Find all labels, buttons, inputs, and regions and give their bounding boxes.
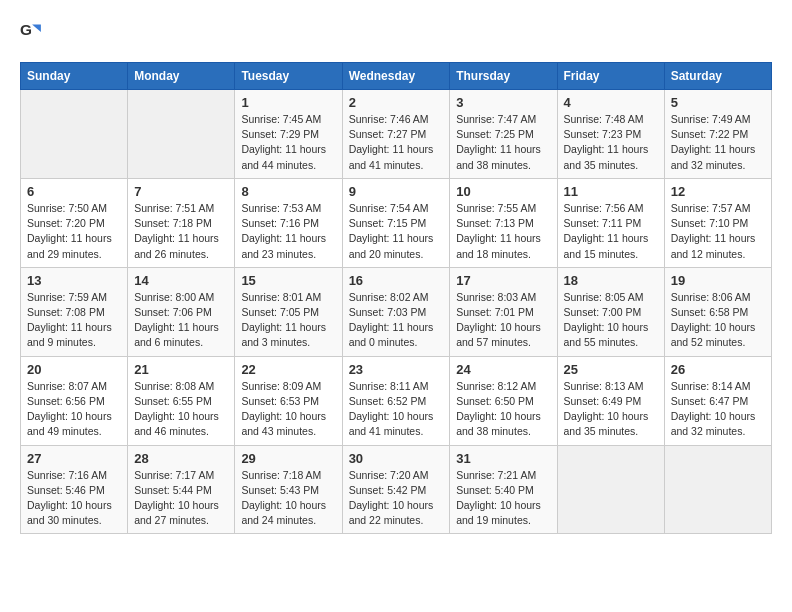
calendar-cell: 5Sunrise: 7:49 AM Sunset: 7:22 PM Daylig… xyxy=(664,90,771,179)
day-number: 13 xyxy=(27,273,121,288)
day-number: 1 xyxy=(241,95,335,110)
day-number: 27 xyxy=(27,451,121,466)
day-number: 24 xyxy=(456,362,550,377)
day-detail: Sunrise: 8:00 AM Sunset: 7:06 PM Dayligh… xyxy=(134,290,228,351)
day-number: 7 xyxy=(134,184,228,199)
day-number: 12 xyxy=(671,184,765,199)
day-number: 11 xyxy=(564,184,658,199)
day-detail: Sunrise: 8:05 AM Sunset: 7:00 PM Dayligh… xyxy=(564,290,658,351)
day-number: 21 xyxy=(134,362,228,377)
day-detail: Sunrise: 7:45 AM Sunset: 7:29 PM Dayligh… xyxy=(241,112,335,173)
day-number: 16 xyxy=(349,273,444,288)
day-number: 18 xyxy=(564,273,658,288)
calendar-cell: 7Sunrise: 7:51 AM Sunset: 7:18 PM Daylig… xyxy=(128,178,235,267)
day-number: 6 xyxy=(27,184,121,199)
day-number: 3 xyxy=(456,95,550,110)
day-detail: Sunrise: 7:18 AM Sunset: 5:43 PM Dayligh… xyxy=(241,468,335,529)
day-detail: Sunrise: 7:20 AM Sunset: 5:42 PM Dayligh… xyxy=(349,468,444,529)
calendar-cell: 18Sunrise: 8:05 AM Sunset: 7:00 PM Dayli… xyxy=(557,267,664,356)
logo: G xyxy=(20,20,46,46)
day-detail: Sunrise: 7:54 AM Sunset: 7:15 PM Dayligh… xyxy=(349,201,444,262)
calendar-cell xyxy=(128,90,235,179)
calendar-cell: 4Sunrise: 7:48 AM Sunset: 7:23 PM Daylig… xyxy=(557,90,664,179)
day-detail: Sunrise: 8:08 AM Sunset: 6:55 PM Dayligh… xyxy=(134,379,228,440)
day-detail: Sunrise: 7:47 AM Sunset: 7:25 PM Dayligh… xyxy=(456,112,550,173)
day-detail: Sunrise: 8:06 AM Sunset: 6:58 PM Dayligh… xyxy=(671,290,765,351)
calendar-cell: 21Sunrise: 8:08 AM Sunset: 6:55 PM Dayli… xyxy=(128,356,235,445)
day-detail: Sunrise: 8:01 AM Sunset: 7:05 PM Dayligh… xyxy=(241,290,335,351)
day-detail: Sunrise: 8:07 AM Sunset: 6:56 PM Dayligh… xyxy=(27,379,121,440)
calendar-cell: 24Sunrise: 8:12 AM Sunset: 6:50 PM Dayli… xyxy=(450,356,557,445)
calendar-cell: 29Sunrise: 7:18 AM Sunset: 5:43 PM Dayli… xyxy=(235,445,342,534)
day-number: 8 xyxy=(241,184,335,199)
day-detail: Sunrise: 7:21 AM Sunset: 5:40 PM Dayligh… xyxy=(456,468,550,529)
calendar-cell: 22Sunrise: 8:09 AM Sunset: 6:53 PM Dayli… xyxy=(235,356,342,445)
day-detail: Sunrise: 7:51 AM Sunset: 7:18 PM Dayligh… xyxy=(134,201,228,262)
day-detail: Sunrise: 7:55 AM Sunset: 7:13 PM Dayligh… xyxy=(456,201,550,262)
calendar-cell: 19Sunrise: 8:06 AM Sunset: 6:58 PM Dayli… xyxy=(664,267,771,356)
calendar-cell: 1Sunrise: 7:45 AM Sunset: 7:29 PM Daylig… xyxy=(235,90,342,179)
calendar-cell: 23Sunrise: 8:11 AM Sunset: 6:52 PM Dayli… xyxy=(342,356,450,445)
calendar-cell xyxy=(557,445,664,534)
page-header: G xyxy=(20,20,772,46)
day-number: 17 xyxy=(456,273,550,288)
day-number: 14 xyxy=(134,273,228,288)
calendar-cell xyxy=(21,90,128,179)
column-header-monday: Monday xyxy=(128,63,235,90)
calendar-week-4: 20Sunrise: 8:07 AM Sunset: 6:56 PM Dayli… xyxy=(21,356,772,445)
day-detail: Sunrise: 7:48 AM Sunset: 7:23 PM Dayligh… xyxy=(564,112,658,173)
day-detail: Sunrise: 7:17 AM Sunset: 5:44 PM Dayligh… xyxy=(134,468,228,529)
calendar-week-2: 6Sunrise: 7:50 AM Sunset: 7:20 PM Daylig… xyxy=(21,178,772,267)
calendar-cell: 26Sunrise: 8:14 AM Sunset: 6:47 PM Dayli… xyxy=(664,356,771,445)
day-number: 23 xyxy=(349,362,444,377)
day-number: 20 xyxy=(27,362,121,377)
calendar-cell: 16Sunrise: 8:02 AM Sunset: 7:03 PM Dayli… xyxy=(342,267,450,356)
day-detail: Sunrise: 8:14 AM Sunset: 6:47 PM Dayligh… xyxy=(671,379,765,440)
day-number: 28 xyxy=(134,451,228,466)
calendar-cell: 6Sunrise: 7:50 AM Sunset: 7:20 PM Daylig… xyxy=(21,178,128,267)
column-header-tuesday: Tuesday xyxy=(235,63,342,90)
day-number: 29 xyxy=(241,451,335,466)
column-header-wednesday: Wednesday xyxy=(342,63,450,90)
day-detail: Sunrise: 7:16 AM Sunset: 5:46 PM Dayligh… xyxy=(27,468,121,529)
day-number: 10 xyxy=(456,184,550,199)
calendar-cell: 28Sunrise: 7:17 AM Sunset: 5:44 PM Dayli… xyxy=(128,445,235,534)
calendar-cell: 11Sunrise: 7:56 AM Sunset: 7:11 PM Dayli… xyxy=(557,178,664,267)
day-number: 26 xyxy=(671,362,765,377)
day-detail: Sunrise: 7:56 AM Sunset: 7:11 PM Dayligh… xyxy=(564,201,658,262)
svg-text:G: G xyxy=(20,21,32,38)
day-number: 4 xyxy=(564,95,658,110)
calendar-cell: 17Sunrise: 8:03 AM Sunset: 7:01 PM Dayli… xyxy=(450,267,557,356)
calendar-cell: 13Sunrise: 7:59 AM Sunset: 7:08 PM Dayli… xyxy=(21,267,128,356)
calendar-cell: 27Sunrise: 7:16 AM Sunset: 5:46 PM Dayli… xyxy=(21,445,128,534)
day-detail: Sunrise: 8:02 AM Sunset: 7:03 PM Dayligh… xyxy=(349,290,444,351)
day-number: 19 xyxy=(671,273,765,288)
day-detail: Sunrise: 7:49 AM Sunset: 7:22 PM Dayligh… xyxy=(671,112,765,173)
calendar-cell: 30Sunrise: 7:20 AM Sunset: 5:42 PM Dayli… xyxy=(342,445,450,534)
day-number: 30 xyxy=(349,451,444,466)
day-number: 15 xyxy=(241,273,335,288)
calendar-cell: 20Sunrise: 8:07 AM Sunset: 6:56 PM Dayli… xyxy=(21,356,128,445)
calendar-table: SundayMondayTuesdayWednesdayThursdayFrid… xyxy=(20,62,772,534)
day-number: 31 xyxy=(456,451,550,466)
svg-marker-1 xyxy=(32,24,41,32)
calendar-cell: 15Sunrise: 8:01 AM Sunset: 7:05 PM Dayli… xyxy=(235,267,342,356)
day-detail: Sunrise: 7:46 AM Sunset: 7:27 PM Dayligh… xyxy=(349,112,444,173)
day-detail: Sunrise: 7:57 AM Sunset: 7:10 PM Dayligh… xyxy=(671,201,765,262)
column-header-friday: Friday xyxy=(557,63,664,90)
day-detail: Sunrise: 8:13 AM Sunset: 6:49 PM Dayligh… xyxy=(564,379,658,440)
column-header-saturday: Saturday xyxy=(664,63,771,90)
calendar-week-5: 27Sunrise: 7:16 AM Sunset: 5:46 PM Dayli… xyxy=(21,445,772,534)
day-detail: Sunrise: 8:12 AM Sunset: 6:50 PM Dayligh… xyxy=(456,379,550,440)
logo-icon: G xyxy=(20,20,42,46)
calendar-week-3: 13Sunrise: 7:59 AM Sunset: 7:08 PM Dayli… xyxy=(21,267,772,356)
day-detail: Sunrise: 7:59 AM Sunset: 7:08 PM Dayligh… xyxy=(27,290,121,351)
day-number: 25 xyxy=(564,362,658,377)
day-number: 9 xyxy=(349,184,444,199)
calendar-cell: 31Sunrise: 7:21 AM Sunset: 5:40 PM Dayli… xyxy=(450,445,557,534)
calendar-cell: 14Sunrise: 8:00 AM Sunset: 7:06 PM Dayli… xyxy=(128,267,235,356)
calendar-cell: 10Sunrise: 7:55 AM Sunset: 7:13 PM Dayli… xyxy=(450,178,557,267)
calendar-cell: 2Sunrise: 7:46 AM Sunset: 7:27 PM Daylig… xyxy=(342,90,450,179)
day-detail: Sunrise: 8:03 AM Sunset: 7:01 PM Dayligh… xyxy=(456,290,550,351)
calendar-cell xyxy=(664,445,771,534)
